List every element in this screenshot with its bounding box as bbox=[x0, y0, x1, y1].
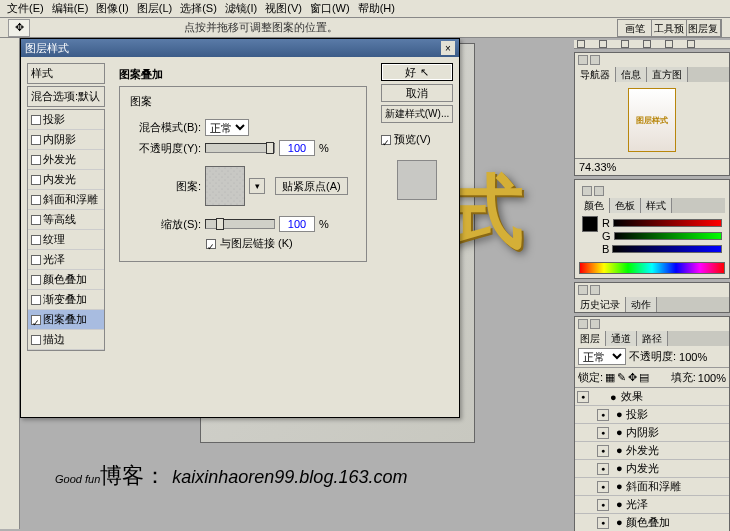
tab-paths[interactable]: 路径 bbox=[637, 331, 668, 346]
style-item-图案叠加[interactable]: 图案叠加 bbox=[28, 310, 104, 330]
tab-color[interactable]: 颜色 bbox=[579, 198, 610, 213]
blend-mode-select[interactable]: 正常 bbox=[205, 119, 249, 136]
ok-button[interactable]: 好↖ bbox=[381, 63, 453, 81]
menu-layer[interactable]: 图层(L) bbox=[134, 0, 175, 17]
dialog-titlebar[interactable]: 图层样式 × bbox=[21, 39, 459, 57]
tab-style[interactable]: 样式 bbox=[641, 198, 672, 213]
style-checkbox[interactable] bbox=[31, 195, 41, 205]
lock-trans-icon[interactable]: ▦ bbox=[605, 371, 615, 384]
style-item-光泽[interactable]: 光泽 bbox=[28, 250, 104, 270]
tab-toolpreset[interactable]: 工具预设 bbox=[652, 20, 686, 36]
style-checkbox[interactable] bbox=[31, 335, 41, 345]
zoom-value[interactable]: 74.33% bbox=[579, 161, 616, 173]
close-icon[interactable] bbox=[594, 186, 604, 196]
style-item-颜色叠加[interactable]: 颜色叠加 bbox=[28, 270, 104, 290]
fx-item[interactable]: ● 外发光 bbox=[575, 442, 729, 460]
style-checkbox[interactable] bbox=[31, 295, 41, 305]
style-checkbox[interactable] bbox=[31, 175, 41, 185]
close-icon[interactable] bbox=[590, 55, 600, 65]
scale-slider[interactable] bbox=[205, 219, 275, 229]
style-checkbox[interactable] bbox=[31, 155, 41, 165]
fx-item[interactable]: ● 光泽 bbox=[575, 496, 729, 514]
style-item-描边[interactable]: 描边 bbox=[28, 330, 104, 350]
close-icon[interactable] bbox=[590, 319, 600, 329]
menu-view[interactable]: 视图(V) bbox=[262, 0, 305, 17]
preview-checkbox[interactable] bbox=[381, 135, 391, 145]
opacity-slider[interactable] bbox=[205, 143, 275, 153]
fx-header[interactable]: ●效果 bbox=[575, 388, 729, 406]
tab-info[interactable]: 信息 bbox=[616, 67, 647, 82]
style-item-内阴影[interactable]: 内阴影 bbox=[28, 130, 104, 150]
tab-history[interactable]: 历史记录 bbox=[575, 297, 626, 312]
layer-blend-mode[interactable]: 正常 bbox=[578, 348, 626, 365]
style-item-内发光[interactable]: 内发光 bbox=[28, 170, 104, 190]
move-tool-icon[interactable]: ✥ bbox=[8, 19, 30, 37]
style-item-斜面和浮雕[interactable]: 斜面和浮雕 bbox=[28, 190, 104, 210]
mini-icon[interactable] bbox=[665, 40, 673, 48]
collapse-icon[interactable] bbox=[582, 186, 592, 196]
fx-item[interactable]: ● 颜色叠加 bbox=[575, 514, 729, 531]
tab-brush[interactable]: 画笔 bbox=[618, 20, 652, 36]
fx-item[interactable]: ● 投影 bbox=[575, 406, 729, 424]
r-slider[interactable] bbox=[613, 219, 722, 227]
tab-layers[interactable]: 图层 bbox=[575, 331, 606, 346]
collapse-icon[interactable] bbox=[578, 55, 588, 65]
blend-defaults[interactable]: 混合选项:默认 bbox=[27, 86, 105, 107]
opacity-input[interactable] bbox=[279, 140, 315, 156]
close-icon[interactable] bbox=[590, 285, 600, 295]
g-slider[interactable] bbox=[614, 232, 722, 240]
fx-item[interactable]: ● 内阴影 bbox=[575, 424, 729, 442]
fill-value[interactable]: 100% bbox=[698, 372, 726, 384]
menu-help[interactable]: 帮助(H) bbox=[355, 0, 398, 17]
mini-icon[interactable] bbox=[599, 40, 607, 48]
style-item-等高线[interactable]: 等高线 bbox=[28, 210, 104, 230]
menu-image[interactable]: 图像(I) bbox=[93, 0, 131, 17]
fx-item[interactable]: ● 斜面和浮雕 bbox=[575, 478, 729, 496]
style-checkbox[interactable] bbox=[31, 215, 41, 225]
scale-input[interactable] bbox=[279, 216, 315, 232]
style-item-投影[interactable]: 投影 bbox=[28, 110, 104, 130]
mini-icon[interactable] bbox=[577, 40, 585, 48]
mini-icon[interactable] bbox=[643, 40, 651, 48]
snap-origin-button[interactable]: 贴紧原点(A) bbox=[275, 177, 348, 195]
style-checkbox[interactable] bbox=[31, 275, 41, 285]
mini-icon[interactable] bbox=[687, 40, 695, 48]
style-checkbox[interactable] bbox=[31, 135, 41, 145]
tab-channels[interactable]: 通道 bbox=[606, 331, 637, 346]
pattern-swatch[interactable] bbox=[205, 166, 245, 206]
b-slider[interactable] bbox=[612, 245, 722, 253]
tab-swatch[interactable]: 色板 bbox=[610, 198, 641, 213]
tab-actions[interactable]: 动作 bbox=[626, 297, 657, 312]
lock-move-icon[interactable]: ✥ bbox=[628, 371, 637, 384]
new-style-button[interactable]: 新建样式(W)... bbox=[381, 105, 453, 123]
fx-item[interactable]: ● 内发光 bbox=[575, 460, 729, 478]
menu-file[interactable]: 文件(E) bbox=[4, 0, 47, 17]
style-list-header[interactable]: 样式 bbox=[27, 63, 105, 84]
foreground-color[interactable] bbox=[582, 216, 598, 232]
cancel-button[interactable]: 取消 bbox=[381, 84, 453, 102]
style-item-纹理[interactable]: 纹理 bbox=[28, 230, 104, 250]
link-layer-checkbox[interactable] bbox=[206, 239, 216, 249]
navigator-thumbnail[interactable]: 图层样式 bbox=[628, 88, 676, 152]
pattern-picker-icon[interactable]: ▾ bbox=[249, 178, 265, 194]
style-checkbox[interactable] bbox=[31, 255, 41, 265]
tab-navigator[interactable]: 导航器 bbox=[575, 67, 616, 82]
style-checkbox[interactable] bbox=[31, 115, 41, 125]
lock-all-icon[interactable]: ▤ bbox=[639, 371, 649, 384]
menu-window[interactable]: 窗口(W) bbox=[307, 0, 353, 17]
menu-filter[interactable]: 滤镜(I) bbox=[222, 0, 260, 17]
lock-paint-icon[interactable]: ✎ bbox=[617, 371, 626, 384]
collapse-icon[interactable] bbox=[578, 285, 588, 295]
style-checkbox[interactable] bbox=[31, 235, 41, 245]
style-item-外发光[interactable]: 外发光 bbox=[28, 150, 104, 170]
collapse-icon[interactable] bbox=[578, 319, 588, 329]
style-checkbox[interactable] bbox=[31, 315, 41, 325]
menu-select[interactable]: 选择(S) bbox=[177, 0, 220, 17]
tab-histogram[interactable]: 直方图 bbox=[647, 67, 688, 82]
color-spectrum[interactable] bbox=[579, 262, 725, 274]
mini-icon[interactable] bbox=[621, 40, 629, 48]
layer-opacity-value[interactable]: 100% bbox=[679, 351, 707, 363]
tab-layercomp[interactable]: 图层复合 bbox=[687, 20, 721, 36]
style-item-渐变叠加[interactable]: 渐变叠加 bbox=[28, 290, 104, 310]
close-icon[interactable]: × bbox=[441, 41, 455, 55]
